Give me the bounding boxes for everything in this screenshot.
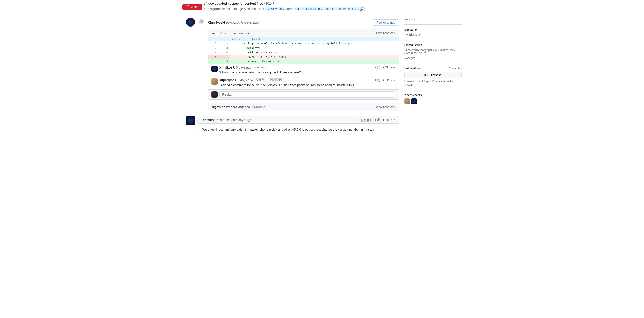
milestone-heading[interactable]: Milestone [404, 28, 462, 31]
add-reaction-button[interactable]: + [374, 118, 380, 122]
diff-line-context: 44 <id>bootstrap</id> [208, 50, 399, 55]
review-eye-badge [198, 18, 205, 25]
participants-heading: 2 participants [404, 94, 462, 97]
review-comment: supergibbs 5 days ago Author Contributor… [208, 77, 399, 89]
head-branch[interactable]: supergibbs:v4-dev-updated-nuspec-cont… [294, 7, 358, 10]
member-badge: Member [253, 66, 266, 69]
file-path[interactable]: nuget/bootstrap.nuspec [211, 31, 250, 35]
comment-text: What's the rationale behind not using th… [219, 70, 395, 75]
pr-sticky-header: Closed v4-dev updated nuspec for content… [0, 0, 644, 14]
reply-input[interactable] [219, 91, 395, 98]
smiley-icon [377, 66, 380, 69]
review-summary: XhmikosR reviewed 5 days ago [208, 20, 259, 24]
copy-branch-button[interactable] [358, 6, 365, 12]
comment-menu-button[interactable]: ••• [391, 66, 395, 69]
hide-resolved-button[interactable]: Hide resolved [372, 31, 395, 35]
copy-icon [360, 7, 363, 11]
subscribe-button[interactable]: Subscribe [404, 72, 462, 78]
svg-point-8 [379, 120, 380, 120]
svg-point-6 [377, 119, 380, 122]
add-reaction-button[interactable]: + [374, 66, 380, 69]
diff-table: ...... @@ -2,16 +2,16 @@ 22 <package xml… [208, 37, 399, 64]
avatar-xhmikosr[interactable] [186, 18, 195, 26]
comment-time[interactable]: 5 days ago [238, 78, 253, 82]
comment-author[interactable]: XhmikosR [202, 118, 218, 122]
from-text: from [286, 7, 292, 11]
tip-button[interactable]: ▲ Tip [382, 66, 390, 69]
comment-summary: XhmikosR commented 5 days ago [202, 118, 251, 122]
hide-resolved-label: Hide resolved [376, 31, 395, 35]
review-comment: XhmikosR 5 days ago Member What's the ra… [208, 64, 399, 77]
tip-button[interactable]: ▲ Tip [382, 118, 390, 122]
add-reaction-button[interactable]: + [374, 78, 380, 82]
notifications-heading: Notifications Customize [404, 67, 462, 70]
participant-avatar-supergibbs[interactable] [404, 99, 410, 104]
pr-author[interactable]: supergibbs [204, 7, 221, 11]
comment-box: XhmikosR commented 5 days ago Member + ▲… [198, 116, 399, 136]
milestone-value: No milestone [404, 33, 462, 36]
svg-point-3 [377, 79, 380, 82]
avatar-xhmikosr[interactable] [186, 116, 195, 125]
tip-button[interactable]: ▲ Tip [382, 79, 390, 82]
svg-point-5 [379, 80, 380, 80]
comment-author[interactable]: supergibbs [219, 78, 236, 82]
show-resolved-button[interactable]: Show resolved [370, 105, 395, 109]
contributor-badge: Contributor [267, 78, 284, 82]
member-badge: Member [359, 118, 373, 122]
review-time[interactable]: 5 days ago [241, 20, 259, 24]
diff-hunk-header: ...... @@ -2,16 +2,16 @@ [208, 37, 399, 41]
avatar-xhmikosr-sm[interactable] [211, 66, 218, 72]
pr-number: #30147 [264, 2, 274, 5]
comment-text: We should just land one patch in master,… [199, 124, 399, 136]
sidebar: None yet Milestone No milestone Linked i… [404, 14, 462, 136]
review-file-block: nuget/bootstrap.nuspec Hide resolved ...… [208, 29, 399, 100]
collapsed-review-file: nuget/bootstrap.nuspec Outdated Show res… [208, 103, 399, 111]
diff-line-addition: 5+ <version>4</version> [208, 59, 399, 64]
review-author[interactable]: XhmikosR [208, 20, 225, 24]
diff-line-deletion: 5- <version>4.4.1</version> [208, 55, 399, 59]
participant-avatar-xhmikosr[interactable] [411, 99, 417, 104]
linked-issues-heading[interactable]: Linked issues [404, 43, 462, 47]
diff-line-context: 22 <package xmlns="http://schemas.micros… [208, 41, 399, 46]
svg-point-2 [379, 67, 380, 67]
state-label: Closed [190, 5, 200, 9]
smiley-icon [377, 118, 380, 122]
base-branch[interactable]: twbs:v4-dev [265, 7, 285, 10]
comment-action: commented [218, 118, 235, 122]
diff-line-context: 33 <metadata> [208, 46, 399, 50]
notifications-desc: You're not receiving notifications from … [404, 80, 462, 86]
comment-menu-button[interactable]: ••• [391, 118, 395, 122]
hunk-text: @@ -2,16 +2,16 @@ [230, 37, 399, 41]
reply-row [208, 89, 399, 99]
state-badge-closed: Closed [182, 4, 202, 10]
unfold-icon [372, 31, 375, 35]
outdated-badge: Outdated [252, 105, 267, 109]
author-badge: Author [254, 78, 266, 82]
pr-meta: supergibbs wants to merge 5 commits into… [204, 6, 365, 12]
unfold-icon [370, 105, 374, 109]
smiley-icon [377, 78, 380, 82]
review-action: reviewed [226, 20, 240, 24]
show-resolved-label: Show resolved [374, 105, 395, 109]
unmute-icon [424, 73, 428, 77]
linked-issues-value: None yet [404, 56, 462, 60]
comment-timeline-item: XhmikosR commented 5 days ago Member + ▲… [182, 116, 399, 136]
comment-time[interactable]: 5 days ago [236, 118, 251, 122]
svg-point-0 [377, 66, 380, 69]
review-timeline-item: XhmikosR reviewed 5 days ago View change… [182, 18, 399, 111]
view-changes-button[interactable]: View changes [372, 19, 399, 26]
comment-author[interactable]: XhmikosR [219, 66, 234, 69]
avatar-supergibbs-sm[interactable] [211, 78, 218, 85]
comment-menu-button[interactable]: ••• [391, 78, 395, 82]
subscribe-label: Subscribe [429, 73, 441, 77]
avatar-current-user[interactable] [211, 91, 218, 98]
linked-issues-desc: Successfully merging this pull request m… [404, 48, 462, 55]
pr-title[interactable]: v4-dev updated nuspec for content files [204, 2, 263, 5]
file-path[interactable]: nuget/bootstrap.nuspec [211, 105, 250, 109]
customize-link[interactable]: Customize [449, 67, 462, 70]
comment-time[interactable]: 5 days ago [236, 66, 251, 69]
sidebar-none-yet: None yet [404, 18, 462, 21]
git-pull-request-closed-icon [185, 5, 189, 9]
eye-icon [200, 19, 203, 23]
wants-to-merge-text: wants to merge 5 commits into [222, 7, 264, 11]
